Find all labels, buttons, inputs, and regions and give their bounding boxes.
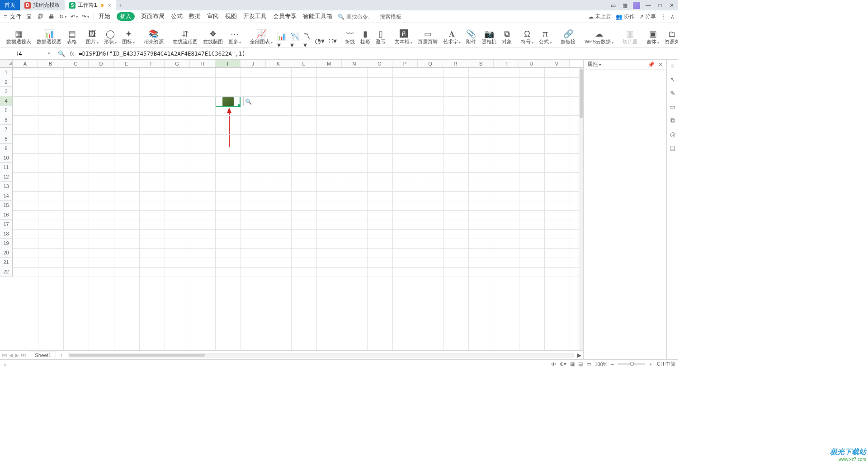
more-icon[interactable]: ⋮	[660, 14, 666, 20]
col-header-T[interactable]: T	[494, 60, 519, 67]
new-tab-button[interactable]: ＋	[116, 0, 126, 10]
row-header-17[interactable]: 17	[0, 220, 13, 229]
sheet-prev-icon[interactable]: ◀	[9, 352, 13, 358]
ribbon-more[interactable]: ⋯更多	[226, 29, 244, 47]
menu-formulas[interactable]: 公式	[171, 13, 183, 20]
search-command-input[interactable]	[346, 14, 378, 20]
col-header-O[interactable]: O	[367, 60, 392, 67]
ribbon-attachment[interactable]: 📎附件	[463, 29, 479, 47]
tab-home[interactable]: 首页	[0, 0, 20, 10]
chevron-down-icon[interactable]: ▾	[48, 51, 50, 56]
layout-icon[interactable]: ▭	[609, 2, 617, 9]
close-panel-icon[interactable]: ✕	[658, 61, 663, 68]
row-header-1[interactable]: 1	[0, 68, 13, 77]
name-box[interactable]: ▾	[0, 47, 54, 59]
zoom-level[interactable]: 100%	[594, 362, 607, 367]
col-header-V[interactable]: V	[544, 60, 570, 67]
ribbon-sparkline-winloss[interactable]: ▯盈亏	[373, 29, 388, 47]
search-template-input[interactable]	[380, 14, 411, 20]
row-header-8[interactable]: 8	[0, 134, 13, 144]
menu-smart-tools[interactable]: 智能工具箱	[303, 13, 332, 20]
properties-header[interactable]: 属性▾ 📌✕	[584, 60, 666, 70]
ribbon-resources[interactable]: 📚稻壳资源	[141, 29, 166, 47]
zoom-slider[interactable]	[618, 363, 645, 365]
eye-icon[interactable]: 👁	[551, 362, 556, 367]
ribbon-textbox[interactable]: 🅰文本框	[392, 29, 415, 47]
sheet-tab-active[interactable]: Sheet1	[30, 352, 56, 358]
chart-line-icon[interactable]: 📉▾	[288, 36, 301, 47]
sheet-last-icon[interactable]: ⏭	[21, 352, 26, 358]
select-all-corner[interactable]	[0, 60, 13, 67]
col-header-N[interactable]: N	[342, 60, 367, 67]
row-header-3[interactable]: 3	[0, 87, 13, 96]
menu-insert-active[interactable]: 插入	[117, 12, 135, 21]
close-tab-icon[interactable]: ×	[108, 2, 111, 9]
horizontal-scrollbar[interactable]	[68, 353, 574, 357]
col-header-L[interactable]: L	[291, 60, 316, 67]
col-header-D[interactable]: D	[89, 60, 114, 67]
ribbon-pivot-table[interactable]: ▦数据透视表	[4, 29, 34, 47]
row-header-21[interactable]: 21	[0, 258, 13, 267]
row-header-6[interactable]: 6	[0, 115, 13, 125]
file-menu[interactable]: 文件	[10, 13, 22, 21]
row-header-2[interactable]: 2	[0, 77, 13, 87]
row-header-15[interactable]: 15	[0, 201, 13, 210]
row-header-16[interactable]: 16	[0, 210, 13, 220]
col-header-P[interactable]: P	[392, 60, 418, 67]
row-header-20[interactable]: 20	[0, 248, 13, 258]
row-header-7[interactable]: 7	[0, 125, 13, 134]
ribbon-mindmap[interactable]: ❖在线脑图	[200, 29, 226, 47]
row-header-19[interactable]: 19	[0, 239, 13, 248]
undo-icon[interactable]: ↶	[71, 14, 78, 20]
col-header-F[interactable]: F	[139, 60, 165, 67]
view-breaks-icon[interactable]: ▭	[586, 361, 591, 367]
close-icon[interactable]: ✕	[668, 2, 675, 9]
col-header-M[interactable]: M	[316, 60, 342, 67]
redo-icon[interactable]: ↷	[82, 14, 89, 20]
col-header-C[interactable]: C	[63, 60, 89, 67]
col-header-U[interactable]: U	[519, 60, 544, 67]
rail-select-icon[interactable]: ↖	[670, 76, 675, 83]
menu-view[interactable]: 视图	[225, 13, 237, 20]
minimize-icon[interactable]: —	[645, 2, 652, 9]
menu-data[interactable]: 数据	[189, 13, 201, 20]
formula-text[interactable]: =DISPIMG("ID_E43374579B4C41A2AF4E8147E1C…	[79, 50, 245, 57]
image-zoom-button[interactable]: 🔍	[243, 97, 253, 106]
fx-icon[interactable]: fx	[70, 50, 74, 57]
menu-page-layout[interactable]: 页面布局	[141, 13, 165, 20]
zoom-in-icon[interactable]: ＋	[648, 361, 653, 367]
command-search[interactable]: 🔍	[338, 14, 411, 20]
col-header-J[interactable]: J	[241, 60, 266, 67]
ribbon-all-charts[interactable]: 📈全部图表	[247, 29, 275, 47]
ribbon-object[interactable]: ⧉对象	[499, 29, 514, 47]
add-sheet-button[interactable]: ＋	[59, 352, 64, 358]
menu-review[interactable]: 审阅	[207, 13, 219, 20]
col-header-I[interactable]: I	[215, 60, 241, 67]
ribbon-camera[interactable]: 📷照相机	[479, 29, 499, 47]
sheet-first-icon[interactable]: ⏮	[2, 352, 7, 358]
ribbon-asset-folder[interactable]: 🗀资源夹	[662, 29, 678, 47]
status-help-icon[interactable]: ☼	[3, 362, 7, 367]
row-header-13[interactable]: 13	[0, 182, 13, 191]
tab-document[interactable]: S 工作簿1 ×	[65, 0, 116, 10]
rail-layout-icon[interactable]: ▭	[670, 103, 675, 110]
row-header-9[interactable]: 9	[0, 144, 13, 153]
vertical-scroll-thumb[interactable]	[580, 69, 583, 118]
row-header-11[interactable]: 11	[0, 163, 13, 172]
zoom-icon[interactable]: 🔍	[58, 50, 65, 57]
print-preview-icon[interactable]: ↻	[59, 14, 66, 20]
ribbon-symbol[interactable]: Ω符号	[518, 29, 536, 47]
share-button[interactable]: ↗分享	[639, 13, 656, 20]
scroll-right-icon[interactable]: ▶	[577, 352, 581, 358]
rail-link-icon[interactable]: ⧉	[670, 117, 675, 124]
chart-pie-icon[interactable]: ◔▾	[313, 36, 326, 47]
col-header-A[interactable]: A	[13, 60, 38, 67]
collapse-ribbon-icon[interactable]: ∧	[670, 14, 675, 20]
view-page-icon[interactable]: ▤	[578, 361, 583, 367]
ribbon-hyperlink[interactable]: 🔗超链接	[558, 29, 578, 47]
ribbon-header-footer[interactable]: ▭页眉页脚	[415, 29, 440, 47]
cells-canvas[interactable]: 🔍	[13, 68, 583, 350]
zoom-out-icon[interactable]: −	[611, 362, 614, 367]
menu-start[interactable]: 开始	[99, 13, 110, 20]
chart-scatter-icon[interactable]: ∷▾	[327, 36, 339, 47]
